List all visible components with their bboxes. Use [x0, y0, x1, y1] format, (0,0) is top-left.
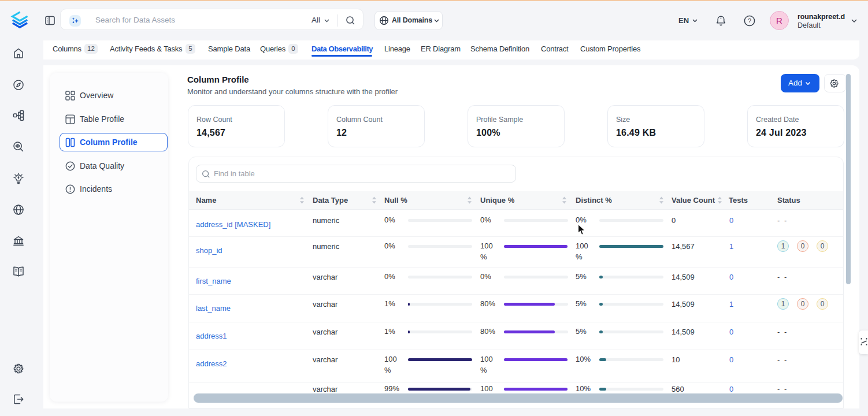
svg-text:?: ? [748, 17, 751, 24]
